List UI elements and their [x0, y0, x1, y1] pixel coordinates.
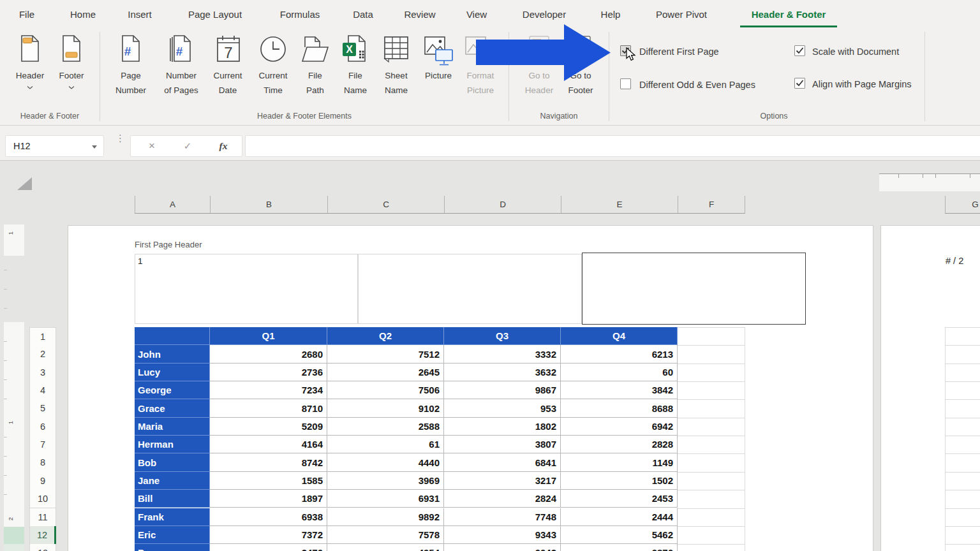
cell-john-q1[interactable]: 2680 [210, 345, 327, 363]
align-page-margins-label[interactable]: Align with Page Margins [812, 78, 912, 91]
row-header-12[interactable]: 12 [29, 526, 56, 545]
column-header-B[interactable]: B [210, 196, 327, 214]
cell-jane-q4[interactable]: 1502 [561, 472, 678, 490]
ribbon-tab-insert[interactable]: Insert [128, 6, 152, 23]
cell-bill-q4[interactable]: 2453 [561, 490, 678, 508]
ribbon-tab-data[interactable]: Data [353, 6, 373, 23]
ribbon-tab-power-pivot[interactable]: Power Pivot [656, 6, 707, 23]
row-header-4[interactable]: 4 [29, 381, 56, 400]
insert-function-icon[interactable]: fx [219, 136, 228, 156]
cell-frank-q3[interactable]: 7748 [444, 508, 561, 526]
cell-maria-q1[interactable]: 5209 [210, 418, 327, 436]
cell-jane-q3[interactable]: 3217 [444, 472, 561, 490]
cell-john-q3[interactable]: 3332 [444, 345, 561, 363]
cell-bob-q2[interactable]: 4440 [327, 453, 444, 471]
cell-herman-q1[interactable]: 4164 [210, 436, 327, 453]
cell-lucy-q4[interactable]: 60 [561, 364, 678, 381]
table-header-Q3[interactable]: Q3 [444, 327, 561, 345]
select-all-corner[interactable] [17, 177, 32, 190]
ribbon-tab-help[interactable]: Help [601, 6, 621, 23]
cell-grace-q4[interactable]: 8688 [561, 399, 678, 417]
row-header-9[interactable]: 9 [29, 472, 56, 490]
cell-name-pam[interactable]: Pam [135, 544, 210, 551]
column-header-D[interactable]: D [444, 196, 561, 214]
cell-name-grace[interactable]: Grace [135, 399, 210, 417]
cell-eric-q4[interactable]: 5462 [561, 526, 678, 544]
column-header-A[interactable]: A [135, 196, 210, 214]
number-of-pages-button[interactable]: Numberof Pages [164, 68, 198, 98]
cell-name-maria[interactable]: Maria [135, 418, 210, 436]
header-button[interactable]: Header [16, 68, 44, 83]
cell-name-lucy[interactable]: Lucy [135, 364, 210, 381]
different-odd-even-label[interactable]: Different Odd & Even Pages [639, 79, 755, 91]
different-odd-even-checkbox[interactable] [620, 78, 631, 89]
column-header-F[interactable]: F [678, 196, 745, 214]
cell-pam-q1[interactable]: 3470 [210, 544, 327, 551]
ribbon-tab-developer[interactable]: Developer [523, 6, 566, 23]
enter-icon[interactable]: ✓ [184, 136, 192, 156]
cell-bob-q3[interactable]: 6841 [444, 453, 561, 471]
cell-bill-q1[interactable]: 1897 [210, 490, 327, 508]
header-section-left[interactable] [135, 254, 358, 324]
cell-name-jane[interactable]: Jane [135, 472, 210, 490]
row-header-6[interactable]: 6 [29, 418, 56, 436]
cell-herman-q3[interactable]: 3807 [444, 436, 561, 453]
table-header-Q4[interactable]: Q4 [561, 327, 678, 345]
ribbon-tab-formulas[interactable]: Formulas [280, 6, 320, 23]
cell-bob-q1[interactable]: 8742 [210, 453, 327, 471]
cell-grace-q1[interactable]: 8710 [210, 399, 327, 417]
cell-bill-q3[interactable]: 2824 [444, 490, 561, 508]
cell-jane-q2[interactable]: 3969 [327, 472, 444, 490]
cell-herman-q4[interactable]: 2828 [561, 436, 678, 453]
column-header-C[interactable]: C [327, 196, 444, 214]
name-box[interactable]: H12 [5, 135, 104, 157]
cell-eric-q3[interactable]: 9343 [444, 526, 561, 544]
header-section-right-selected[interactable] [582, 253, 806, 325]
cell-george-q3[interactable]: 9867 [444, 381, 561, 399]
cell-grace-q2[interactable]: 9102 [327, 399, 444, 417]
table-header-Q2[interactable]: Q2 [327, 327, 444, 345]
column-header-E[interactable]: E [561, 196, 678, 214]
cell-eric-q1[interactable]: 7372 [210, 526, 327, 544]
cell-name-george[interactable]: George [135, 381, 210, 399]
cell-bob-q4[interactable]: 1149 [561, 453, 678, 471]
cell-lucy-q1[interactable]: 2736 [210, 364, 327, 381]
ribbon-tab-file[interactable]: File [19, 6, 34, 23]
cell-pam-q2[interactable]: 4954 [327, 544, 444, 551]
table-corner-cell[interactable] [135, 327, 210, 345]
cell-maria-q4[interactable]: 6942 [561, 418, 678, 436]
scale-with-document-checkbox[interactable] [794, 45, 805, 56]
cell-name-bill[interactable]: Bill [135, 490, 210, 508]
file-path-button[interactable]: FilePath [306, 68, 324, 98]
cell-pam-q3[interactable]: 9943 [444, 544, 561, 551]
cell-george-q1[interactable]: 7234 [210, 381, 327, 399]
cell-john-q4[interactable]: 6213 [561, 345, 678, 363]
scale-with-document-label[interactable]: Scale with Document [812, 46, 899, 58]
ribbon-tab-home[interactable]: Home [70, 6, 96, 23]
column-header-G[interactable]: G [945, 196, 980, 214]
align-page-margins-checkbox[interactable] [794, 78, 805, 89]
cell-george-q4[interactable]: 3842 [561, 381, 678, 399]
footer-dropdown-chevron[interactable] [69, 86, 75, 89]
ribbon-tab-review[interactable]: Review [404, 6, 435, 23]
header-section-center[interactable] [358, 254, 582, 324]
cell-name-frank[interactable]: Frank [135, 508, 210, 526]
header-dropdown-chevron[interactable] [27, 86, 33, 89]
cell-name-eric[interactable]: Eric [135, 526, 210, 544]
row-header-11[interactable]: 11 [29, 508, 56, 527]
formula-input[interactable] [245, 135, 980, 157]
row-header-10[interactable]: 10 [29, 490, 56, 508]
row-header-3[interactable]: 3 [29, 364, 56, 382]
cell-frank-q1[interactable]: 6938 [210, 508, 327, 526]
picture-button[interactable]: Picture [425, 68, 452, 83]
cell-frank-q2[interactable]: 9892 [327, 508, 444, 526]
row-header-8[interactable]: 8 [29, 453, 56, 472]
row-header-7[interactable]: 7 [29, 436, 56, 454]
sheet-name-button[interactable]: SheetName [385, 68, 408, 98]
cell-herman-q2[interactable]: 61 [327, 436, 444, 453]
cell-eric-q2[interactable]: 7578 [327, 526, 444, 544]
row-header-5[interactable]: 5 [29, 399, 56, 418]
cell-name-john[interactable]: John [135, 345, 210, 363]
ribbon-tab-header-footer[interactable]: Header & Footer [752, 6, 826, 23]
row-header-13[interactable]: 13 [29, 544, 56, 551]
